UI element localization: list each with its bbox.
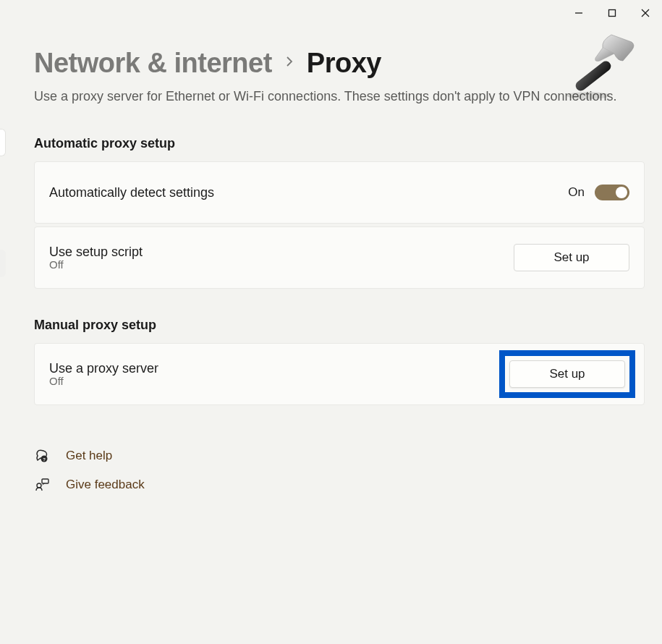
- proxy-setup-button[interactable]: Set up: [509, 360, 625, 388]
- minimize-button[interactable]: [562, 1, 595, 25]
- proxy-server-status: Off: [49, 375, 158, 387]
- setup-script-button[interactable]: Set up: [514, 244, 629, 271]
- give-feedback-label: Give feedback: [66, 478, 145, 492]
- svg-point-8: [37, 483, 41, 488]
- feedback-icon: [34, 478, 50, 492]
- page-title: Proxy: [307, 48, 381, 79]
- svg-rect-5: [574, 59, 613, 93]
- section-title-automatic: Automatic proxy setup: [34, 136, 645, 151]
- window-title-bar: [562, 0, 662, 26]
- page-description: Use a proxy server for Ethernet or Wi-Fi…: [34, 88, 645, 106]
- svg-text:?: ?: [43, 457, 46, 462]
- breadcrumb: Network & internet Proxy: [34, 48, 645, 79]
- setup-script-status: Off: [49, 258, 143, 271]
- card-proxy-server: Use a proxy server Off Set up: [34, 343, 645, 405]
- close-button[interactable]: [629, 1, 662, 25]
- chevron-right-icon: [285, 56, 294, 71]
- maximize-button[interactable]: [595, 1, 629, 25]
- sidebar-collapsed-hint-2: [0, 250, 6, 277]
- help-icon: ?: [34, 449, 50, 463]
- auto-detect-toggle[interactable]: [595, 185, 629, 200]
- tutorial-highlight: Set up: [499, 350, 635, 398]
- card-auto-detect: Automatically detect settings On: [34, 161, 645, 224]
- svg-rect-9: [42, 479, 48, 483]
- get-help-link[interactable]: ? Get help: [34, 449, 645, 463]
- hammer-icon: [559, 29, 639, 101]
- setup-script-label: Use setup script: [49, 245, 143, 260]
- proxy-server-label: Use a proxy server: [49, 361, 158, 376]
- section-title-manual: Manual proxy setup: [34, 318, 645, 333]
- svg-point-4: [566, 92, 610, 99]
- auto-detect-label: Automatically detect settings: [49, 185, 214, 200]
- give-feedback-link[interactable]: Give feedback: [34, 478, 645, 492]
- get-help-label: Get help: [66, 449, 112, 463]
- sidebar-collapsed-hint: [0, 129, 6, 156]
- breadcrumb-parent[interactable]: Network & internet: [34, 48, 272, 79]
- auto-detect-state: On: [568, 185, 585, 200]
- card-setup-script: Use setup script Off Set up: [34, 226, 645, 289]
- svg-rect-1: [609, 10, 616, 17]
